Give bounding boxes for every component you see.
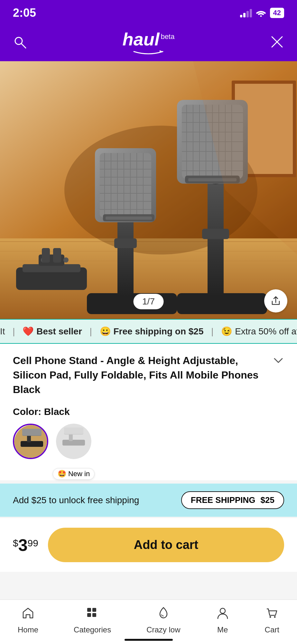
- status-icons: 42: [240, 8, 284, 18]
- promo-bestseller: ❤️ Best seller: [23, 326, 82, 336]
- wifi-icon: [256, 9, 266, 17]
- color-swatch-black[interactable]: [13, 424, 48, 459]
- logo-beta: beta: [161, 33, 175, 41]
- signal-icon: [240, 8, 252, 17]
- share-button[interactable]: [264, 289, 287, 312]
- svg-point-1: [15, 37, 22, 44]
- cart-icon: [265, 606, 279, 623]
- me-icon: [216, 606, 229, 623]
- shipping-banner: Add $25 to unlock free shipping FREE SHI…: [0, 484, 297, 517]
- svg-rect-82: [87, 613, 91, 617]
- search-icon[interactable]: [13, 35, 27, 52]
- svg-point-84: [220, 608, 225, 613]
- nav-cart-label: Cart: [265, 625, 279, 634]
- app-header: haulbeta: [0, 26, 297, 61]
- nav-categories[interactable]: Categories: [74, 606, 111, 634]
- free-shipping-label: FREE SHIPPING: [191, 495, 255, 505]
- color-options: 🤩 New in: [13, 424, 284, 471]
- svg-line-2: [22, 44, 26, 48]
- svg-rect-83: [92, 613, 96, 617]
- new-in-badge: 🤩 New in: [53, 468, 95, 480]
- crazy-low-icon: [157, 606, 170, 623]
- nav-home-label: Home: [18, 625, 38, 634]
- svg-rect-46: [202, 229, 229, 239]
- home-icon: [21, 606, 35, 623]
- nav-home[interactable]: Home: [18, 606, 38, 634]
- color-section: Color: Black: [13, 406, 284, 471]
- svg-rect-19: [53, 248, 61, 263]
- svg-rect-79: [64, 428, 83, 434]
- add-to-cart-button[interactable]: Add to cart: [48, 528, 284, 562]
- svg-rect-71: [21, 441, 43, 447]
- svg-rect-74: [22, 429, 42, 435]
- price-cents: 99: [28, 538, 38, 548]
- bottom-nav: Home Categories Crazy low: [0, 600, 297, 644]
- collapse-button[interactable]: [273, 355, 284, 369]
- shipping-amount: $25: [261, 495, 274, 505]
- promo-freeship: 😀 Free shipping on $25: [100, 326, 204, 336]
- color-label: Color: Black: [13, 406, 284, 417]
- nav-me-label: Me: [217, 625, 228, 634]
- home-indicator: [125, 639, 173, 641]
- svg-point-17: [63, 257, 69, 263]
- svg-rect-80: [87, 608, 91, 612]
- nav-me[interactable]: Me: [216, 606, 229, 634]
- logo-text: haul: [123, 29, 160, 49]
- status-time: 2:05: [13, 6, 36, 20]
- svg-point-85: [270, 616, 271, 618]
- color-option-white[interactable]: 🤩 New in: [56, 424, 91, 471]
- categories-icon: [86, 606, 99, 623]
- shipping-banner-text: Add $25 to unlock free shipping: [13, 495, 139, 505]
- svg-rect-81: [92, 608, 96, 612]
- product-image-container: 1/7: [0, 61, 297, 319]
- product-image: [0, 61, 297, 319]
- free-shipping-button[interactable]: FREE SHIPPING $25: [181, 491, 284, 509]
- close-icon[interactable]: [270, 35, 284, 52]
- promo-banner-text: It | ❤️ Best seller | 😀 Free shipping on…: [0, 326, 297, 337]
- svg-rect-43: [106, 216, 152, 220]
- color-option-black[interactable]: [13, 424, 48, 471]
- nav-cart[interactable]: Cart: [265, 606, 279, 634]
- svg-point-86: [274, 616, 276, 618]
- svg-rect-44: [177, 293, 267, 314]
- svg-point-0: [260, 15, 262, 17]
- price-main: 3: [18, 536, 28, 554]
- promo-banner: It | ❤️ Best seller | 😀 Free shipping on…: [0, 319, 297, 344]
- app-logo: haulbeta: [123, 29, 175, 58]
- price-display: $399: [13, 535, 38, 555]
- color-swatch-white[interactable]: [56, 424, 91, 459]
- svg-rect-22: [114, 238, 137, 248]
- product-title-row: Cell Phone Stand - Angle & Height Adjust…: [13, 353, 284, 397]
- status-bar: 2:05 42: [0, 0, 297, 26]
- product-details: Cell Phone Stand - Angle & Height Adjust…: [0, 344, 297, 480]
- promo-partial: It: [0, 326, 5, 336]
- product-title: Cell Phone Stand - Angle & Height Adjust…: [13, 353, 273, 397]
- purchase-bar: $399 Add to cart: [0, 518, 297, 572]
- price-dollar-sign: $: [13, 538, 18, 548]
- image-counter: 1/7: [133, 294, 164, 309]
- battery-indicator: 42: [270, 8, 284, 18]
- promo-extra: 😉 Extra 50% off at checkout: [221, 326, 297, 336]
- svg-rect-18: [42, 248, 50, 263]
- nav-crazy-low[interactable]: Crazy low: [146, 606, 180, 634]
- nav-crazy-low-label: Crazy low: [146, 625, 180, 634]
- nav-categories-label: Categories: [74, 625, 111, 634]
- svg-rect-76: [62, 440, 85, 446]
